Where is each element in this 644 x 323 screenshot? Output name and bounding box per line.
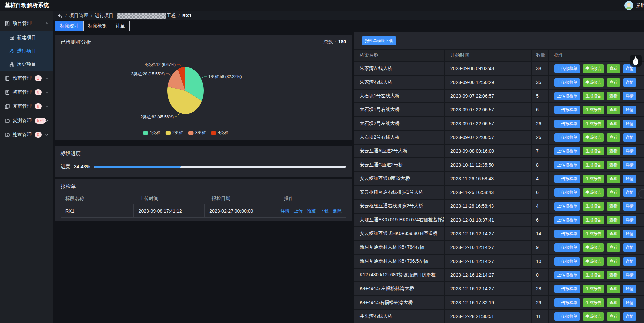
sidebar-item-history-project[interactable]: 历史项目 [0, 58, 53, 71]
upload-inspection-button[interactable]: 上传报检单 [554, 298, 580, 307]
detail-button[interactable]: 详情 [623, 257, 636, 266]
generate-report-button[interactable]: 生成报告 [583, 298, 604, 307]
view-button[interactable]: 查看 [607, 285, 620, 293]
sidebar-item-new-project[interactable]: 新建项目 [0, 31, 53, 44]
detail-button[interactable]: 详情 [623, 216, 636, 224]
generate-report-button[interactable]: 生成报告 [583, 285, 604, 293]
detail-button[interactable]: 详情 [623, 285, 636, 293]
generate-report-button[interactable]: 生成报告 [583, 106, 604, 114]
view-button[interactable]: 查看 [607, 202, 620, 211]
detail-button[interactable]: 详情 [623, 188, 636, 197]
sidebar-item-first-review[interactable]: 初审管理 0 [0, 85, 53, 99]
generate-report-button[interactable]: 生成报告 [583, 175, 604, 183]
preview-link[interactable]: 预览 [307, 208, 316, 214]
upload-inspection-button[interactable]: 上传报检单 [554, 120, 580, 128]
generate-report-button[interactable]: 生成报告 [583, 257, 604, 266]
detail-button[interactable]: 详情 [623, 230, 636, 238]
view-button[interactable]: 查看 [607, 188, 620, 197]
user-avatar[interactable] [624, 1, 633, 10]
view-button[interactable]: 查看 [607, 312, 620, 321]
view-button[interactable]: 查看 [607, 216, 620, 224]
upload-inspection-button[interactable]: 上传报检单 [554, 257, 580, 266]
view-button[interactable]: 查看 [607, 147, 620, 155]
view-button[interactable]: 查看 [607, 257, 620, 266]
upload-link[interactable]: 上传 [294, 208, 303, 214]
view-button[interactable]: 查看 [607, 78, 620, 87]
generate-report-button[interactable]: 生成报告 [583, 271, 604, 279]
upload-inspection-button[interactable]: 上传报检单 [554, 106, 580, 114]
tab-measurement[interactable]: 计量 [111, 21, 130, 31]
view-button[interactable]: 查看 [607, 230, 620, 238]
sidebar-item-pre-review[interactable]: 预审管理 1 [0, 71, 53, 85]
generate-report-button[interactable]: 生成报告 [583, 312, 604, 321]
generate-report-button[interactable]: 生成报告 [583, 161, 604, 169]
template-download-button[interactable]: 报检单模板下载 [362, 36, 396, 45]
generate-report-button[interactable]: 生成报告 [583, 133, 604, 142]
detail-button[interactable]: 详情 [623, 161, 636, 169]
view-button[interactable]: 查看 [607, 92, 620, 100]
detail-button[interactable]: 详情 [623, 312, 636, 321]
detail-button[interactable]: 详情 [623, 106, 636, 114]
detail-button[interactable]: 详情 [623, 271, 636, 279]
breadcrumb-segment[interactable]: 项目管理 [69, 13, 88, 19]
view-button[interactable]: 查看 [607, 120, 620, 128]
delete-link[interactable]: 删除 [333, 208, 342, 214]
upload-inspection-button[interactable]: 上传报检单 [554, 243, 580, 252]
detail-button[interactable]: 详情 [623, 175, 636, 183]
upload-inspection-button[interactable]: 上传报检单 [554, 312, 580, 321]
tab-section-overview[interactable]: 标段概览 [83, 21, 111, 31]
upload-inspection-button[interactable]: 上传报检单 [554, 92, 580, 100]
view-button[interactable]: 查看 [607, 106, 620, 114]
generate-report-button[interactable]: 生成报告 [583, 230, 604, 238]
legend-item-class1[interactable]: 1类桩 [143, 130, 160, 136]
sidebar-item-disposal[interactable]: 处置管理 0 [0, 128, 53, 142]
upload-inspection-button[interactable]: 上传报检单 [554, 230, 580, 238]
legend-item-class2[interactable]: 2类桩 [165, 130, 183, 136]
view-button[interactable]: 查看 [607, 298, 620, 307]
view-button[interactable]: 查看 [607, 175, 620, 183]
generate-report-button[interactable]: 生成报告 [583, 64, 604, 73]
sidebar-item-remeasure[interactable]: 复测管理 576 [0, 113, 53, 128]
upload-inspection-button[interactable]: 上传报检单 [554, 133, 580, 142]
upload-inspection-button[interactable]: 上传报检单 [554, 161, 580, 169]
upload-inspection-button[interactable]: 上传报检单 [554, 202, 580, 211]
download-link[interactable]: 下载 [320, 208, 329, 214]
legend-item-class3[interactable]: 3类桩 [188, 130, 206, 136]
user-name[interactable]: 景胜 [636, 3, 644, 9]
generate-report-button[interactable]: 生成报告 [583, 202, 604, 211]
detail-button[interactable]: 详情 [623, 133, 636, 142]
generate-report-button[interactable]: 生成报告 [583, 243, 604, 252]
generate-report-button[interactable]: 生成报告 [583, 92, 604, 100]
upload-inspection-button[interactable]: 上传报检单 [554, 271, 580, 279]
view-button[interactable]: 查看 [607, 161, 620, 169]
back-arrow-icon[interactable] [57, 13, 63, 18]
view-button[interactable]: 查看 [607, 243, 620, 252]
legend-item-class4[interactable]: 4类桩 [211, 130, 228, 136]
generate-report-button[interactable]: 生成报告 [583, 216, 604, 224]
detail-button[interactable]: 详情 [623, 243, 636, 252]
generate-report-button[interactable]: 生成报告 [583, 78, 604, 87]
detail-link[interactable]: 详情 [281, 208, 289, 214]
sidebar-item-ongoing-project[interactable]: 进行项目 [0, 44, 53, 58]
upload-inspection-button[interactable]: 上传报检单 [554, 78, 580, 87]
detail-button[interactable]: 详情 [623, 92, 636, 100]
generate-report-button[interactable]: 生成报告 [583, 120, 604, 128]
detail-button[interactable]: 详情 [623, 298, 636, 307]
upload-inspection-button[interactable]: 上传报检单 [554, 285, 580, 293]
generate-report-button[interactable]: 生成报告 [583, 188, 604, 197]
breadcrumb-segment[interactable]: 进行项目 [95, 13, 113, 19]
detail-button[interactable]: 详情 [623, 147, 636, 155]
detail-button[interactable]: 详情 [623, 120, 636, 128]
upload-inspection-button[interactable]: 上传报检单 [554, 147, 580, 155]
sidebar-item-re-review[interactable]: 复审管理 8 [0, 99, 53, 113]
view-button[interactable]: 查看 [607, 133, 620, 142]
view-button[interactable]: 查看 [607, 64, 620, 73]
upload-inspection-button[interactable]: 上传报检单 [554, 175, 580, 183]
detail-button[interactable]: 详情 [623, 78, 636, 87]
upload-inspection-button[interactable]: 上传报检单 [554, 64, 580, 73]
detail-button[interactable]: 详情 [623, 202, 636, 211]
upload-inspection-button[interactable]: 上传报检单 [554, 216, 580, 224]
upload-inspection-button[interactable]: 上传报检单 [554, 188, 580, 197]
view-button[interactable]: 查看 [607, 271, 620, 279]
generate-report-button[interactable]: 生成报告 [583, 147, 604, 155]
